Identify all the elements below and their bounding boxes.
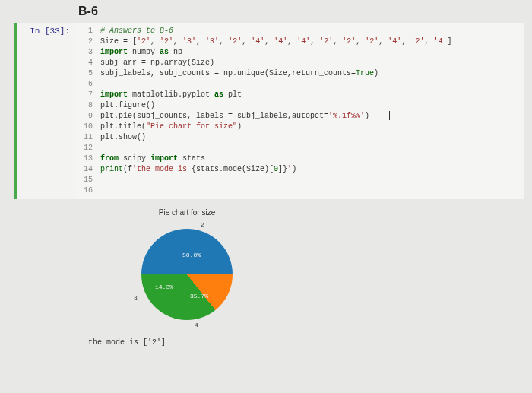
code-comment: # Answers to B-6 — [100, 27, 173, 35]
code-editor[interactable]: 1# Answers to B-6 2Size = ['2', '2', '3'… — [76, 23, 524, 199]
code-line: import numpy as np — [100, 47, 182, 58]
chart-title: Pie chart for size — [88, 208, 286, 217]
code-line: subj_arr = np.array(Size) — [100, 58, 214, 68]
pie-pct-label-4: 35.7% — [190, 293, 208, 300]
pie-cat-label-3: 3 — [134, 294, 138, 301]
code-line: plt.show() — [100, 132, 146, 143]
code-line: plt.pie(subj_counts, labels = subj_label… — [100, 111, 390, 122]
pie-cat-label-4: 4 — [195, 322, 198, 328]
code-line: print(f'the mode is {stats.mode(Size)[0]… — [100, 164, 296, 175]
code-line: from scipy import stats — [100, 154, 205, 164]
stdout-text: the mode is ['2'] — [88, 338, 524, 347]
code-line: plt.figure() — [100, 100, 155, 111]
pie-chart: 2 3 4 50.0% 14.3% 35.7% — [134, 221, 240, 328]
code-cell[interactable]: In [33]: 1# Answers to B-6 2Size = ['2',… — [14, 23, 524, 199]
text-cursor — [389, 111, 390, 120]
pie-cat-label-2: 2 — [201, 221, 204, 228]
code-line: subj_labels, subj_counts = np.unique(Siz… — [100, 68, 378, 79]
code-line: Size = ['2', '2', '3', '3', '2', '4', '4… — [100, 36, 451, 47]
pie-slices — [141, 229, 233, 320]
pie-chart-figure: Pie chart for size 2 3 4 50.0% 14.3% 35.… — [88, 208, 286, 328]
pie-pct-label-3: 14.3% — [155, 284, 173, 290]
section-heading: B-6 — [78, 5, 524, 18]
pie-pct-label-2: 50.0% — [182, 252, 201, 258]
cell-output: Pie chart for size 2 3 4 50.0% 14.3% 35.… — [81, 199, 524, 347]
notebook-page: B-6 In [33]: 1# Answers to B-6 2Size = [… — [0, 0, 532, 354]
input-prompt: In [33]: — [17, 23, 76, 199]
code-line: import matplotlib.pyplot as plt — [100, 90, 242, 100]
code-line: plt.title("Pie chart for size") — [100, 122, 242, 132]
